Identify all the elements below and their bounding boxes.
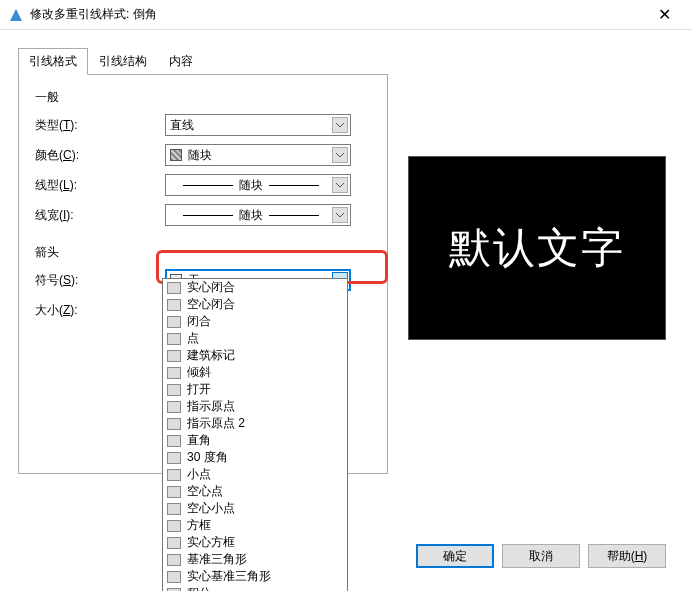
arrow-type-icon (167, 401, 181, 413)
arrow-type-icon (167, 571, 181, 583)
arrow-type-icon (167, 537, 181, 549)
symbol-option-label: 小点 (187, 466, 211, 483)
symbol-option-label: 直角 (187, 432, 211, 449)
symbol-option-label: 空心小点 (187, 500, 235, 517)
close-button[interactable]: ✕ (644, 0, 684, 30)
label-color: 颜色(C): (35, 147, 165, 164)
client-area: 一般 类型(T): 直线 颜色(C): 随块 (0, 74, 692, 474)
symbol-option[interactable]: 积分 (163, 585, 347, 591)
row-linetype: 线型(L): 随块 (35, 174, 371, 196)
symbol-option-label: 倾斜 (187, 364, 211, 381)
symbol-option[interactable]: 指示原点 (163, 398, 347, 415)
select-color-value: 随块 (188, 147, 212, 164)
cancel-button[interactable]: 取消 (502, 544, 580, 568)
tab-strip: 引线格式 引线结构 内容 (18, 48, 692, 75)
linetype-sample-icon (269, 185, 319, 186)
select-linetype-value: 随块 (239, 177, 263, 194)
preview-text: 默认文字 (449, 220, 625, 276)
label-linetype: 线型(L): (35, 177, 165, 194)
select-type[interactable]: 直线 (165, 114, 351, 136)
label-lineweight: 线宽(I): (35, 207, 165, 224)
symbol-option-label: 实心基准三角形 (187, 568, 271, 585)
tab-leader-structure[interactable]: 引线结构 (88, 48, 158, 75)
lineweight-sample-icon (183, 215, 233, 216)
symbol-option[interactable]: 打开 (163, 381, 347, 398)
arrow-type-icon (167, 503, 181, 515)
preview-pane: 默认文字 (408, 156, 666, 340)
symbol-option[interactable]: 30 度角 (163, 449, 347, 466)
symbol-option[interactable]: 空心小点 (163, 500, 347, 517)
symbol-option[interactable]: 建筑标记 (163, 347, 347, 364)
row-lineweight: 线宽(I): 随块 (35, 204, 371, 226)
tab-leader-format[interactable]: 引线格式 (18, 48, 88, 75)
arrow-type-icon (167, 520, 181, 532)
select-color[interactable]: 随块 (165, 144, 351, 166)
symbol-option-label: 积分 (187, 585, 211, 591)
select-lineweight-value: 随块 (239, 207, 263, 224)
symbol-option-label: 空心点 (187, 483, 223, 500)
symbol-option[interactable]: 基准三角形 (163, 551, 347, 568)
symbol-option-label: 打开 (187, 381, 211, 398)
symbol-option-label: 实心方框 (187, 534, 235, 551)
arrow-type-icon (167, 299, 181, 311)
linetype-sample-icon (183, 185, 233, 186)
symbol-option[interactable]: 指示原点 2 (163, 415, 347, 432)
symbol-option-label: 30 度角 (187, 449, 228, 466)
chevron-down-icon (332, 147, 348, 163)
dialog-window: 修改多重引线样式: 倒角 ✕ 引线格式 引线结构 内容 一般 类型(T): 直线… (0, 0, 692, 591)
symbol-option-label: 点 (187, 330, 199, 347)
symbol-dropdown-list[interactable]: 实心闭合空心闭合闭合点建筑标记倾斜打开指示原点指示原点 2直角30 度角小点空心… (162, 278, 348, 591)
arrow-type-icon (167, 282, 181, 294)
symbol-option[interactable]: 实心闭合 (163, 279, 347, 296)
symbol-option[interactable]: 方框 (163, 517, 347, 534)
arrow-type-icon (167, 384, 181, 396)
group-general-title: 一般 (35, 89, 371, 106)
label-size: 大小(Z): (35, 302, 165, 319)
label-symbol: 符号(S): (35, 272, 165, 289)
symbol-option-label: 方框 (187, 517, 211, 534)
symbol-option-label: 闭合 (187, 313, 211, 330)
arrow-type-icon (167, 469, 181, 481)
select-type-value: 直线 (170, 117, 194, 134)
arrow-type-icon (167, 486, 181, 498)
select-lineweight[interactable]: 随块 (165, 204, 351, 226)
symbol-option-label: 基准三角形 (187, 551, 247, 568)
symbol-option[interactable]: 空心点 (163, 483, 347, 500)
symbol-option-label: 实心闭合 (187, 279, 235, 296)
chevron-down-icon (332, 117, 348, 133)
symbol-option[interactable]: 倾斜 (163, 364, 347, 381)
symbol-option[interactable]: 实心基准三角形 (163, 568, 347, 585)
row-color: 颜色(C): 随块 (35, 144, 371, 166)
symbol-option-label: 建筑标记 (187, 347, 235, 364)
group-arrowhead-title: 箭头 (35, 244, 371, 261)
symbol-option[interactable]: 实心方框 (163, 534, 347, 551)
ok-button[interactable]: 确定 (416, 544, 494, 568)
group-general: 一般 类型(T): 直线 颜色(C): 随块 (35, 89, 371, 226)
symbol-option-label: 指示原点 2 (187, 415, 245, 432)
lineweight-sample-icon (269, 215, 319, 216)
symbol-option[interactable]: 闭合 (163, 313, 347, 330)
arrow-type-icon (167, 418, 181, 430)
arrow-type-icon (167, 333, 181, 345)
symbol-option[interactable]: 点 (163, 330, 347, 347)
arrow-type-icon (167, 350, 181, 362)
chevron-down-icon (332, 207, 348, 223)
window-title: 修改多重引线样式: 倒角 (30, 6, 644, 23)
arrow-type-icon (167, 554, 181, 566)
titlebar: 修改多重引线样式: 倒角 ✕ (0, 0, 692, 30)
select-linetype[interactable]: 随块 (165, 174, 351, 196)
symbol-option[interactable]: 小点 (163, 466, 347, 483)
symbol-option-label: 指示原点 (187, 398, 235, 415)
help-button[interactable]: 帮助(H) (588, 544, 666, 568)
arrow-type-icon (167, 367, 181, 379)
byblock-swatch-icon (170, 149, 182, 161)
arrow-type-icon (167, 316, 181, 328)
row-type: 类型(T): 直线 (35, 114, 371, 136)
chevron-down-icon (332, 177, 348, 193)
symbol-option[interactable]: 空心闭合 (163, 296, 347, 313)
app-icon (8, 7, 24, 23)
dialog-buttons: 确定 取消 帮助(H) (416, 544, 666, 568)
tab-content[interactable]: 内容 (158, 48, 204, 75)
label-type: 类型(T): (35, 117, 165, 134)
symbol-option[interactable]: 直角 (163, 432, 347, 449)
